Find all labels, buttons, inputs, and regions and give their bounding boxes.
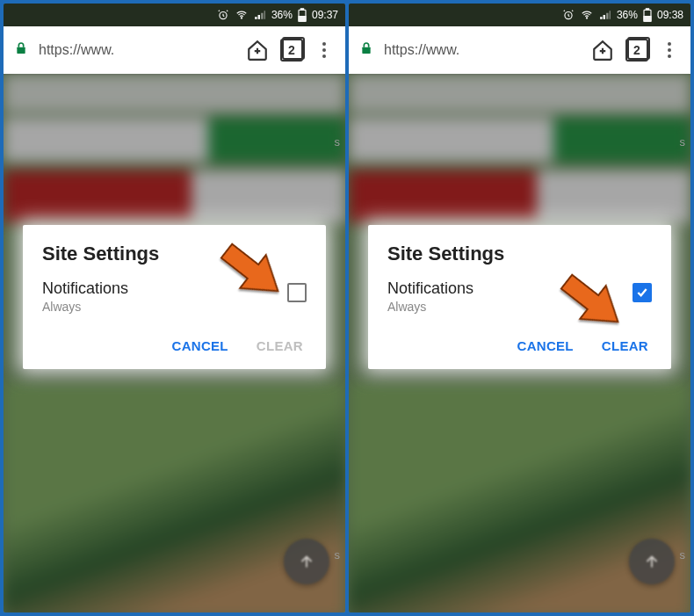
notif-checkbox[interactable] xyxy=(633,283,652,302)
svg-rect-4 xyxy=(299,17,306,22)
svg-rect-9 xyxy=(646,9,648,11)
clock-time: 09:37 xyxy=(312,9,338,21)
svg-rect-11 xyxy=(362,47,370,54)
cancel-button[interactable]: CANCEL xyxy=(514,333,577,359)
notif-checkbox[interactable] xyxy=(287,283,307,302)
tab-count[interactable]: 2 xyxy=(625,39,648,62)
url-bar[interactable]: https://www. 2 xyxy=(4,26,345,74)
site-settings-dialog: Site Settings Notifications Always CANCE… xyxy=(23,225,326,369)
dialog-title: Site Settings xyxy=(387,243,652,265)
clear-button[interactable]: CLEAR xyxy=(253,333,307,359)
url-text[interactable]: https://www. xyxy=(39,42,235,58)
wifi-icon xyxy=(235,9,249,21)
battery-icon xyxy=(298,8,307,22)
alarm-icon xyxy=(562,9,575,21)
battery-icon xyxy=(643,8,652,22)
menu-icon[interactable] xyxy=(314,40,335,61)
status-bar: 36% 09:37 xyxy=(4,4,345,26)
notif-label: Notifications xyxy=(42,279,128,298)
notifications-row[interactable]: Notifications Always xyxy=(42,279,307,314)
svg-point-7 xyxy=(586,18,587,18)
menu-icon[interactable] xyxy=(659,40,680,61)
svg-rect-5 xyxy=(17,47,25,54)
fab-button[interactable] xyxy=(284,539,329,584)
clock-time: 09:38 xyxy=(657,9,683,21)
dialog-title: Site Settings xyxy=(42,243,307,265)
notif-sublabel: Always xyxy=(42,300,128,314)
url-bar[interactable]: https://www. 2 xyxy=(349,26,690,74)
check-icon xyxy=(635,286,649,300)
url-text[interactable]: https://www. xyxy=(384,42,580,58)
fab-button[interactable] xyxy=(629,539,675,584)
svg-point-1 xyxy=(241,18,242,18)
dialog-actions: CANCEL CLEAR xyxy=(387,333,652,359)
svg-rect-10 xyxy=(644,17,651,22)
wifi-icon xyxy=(580,9,594,21)
notif-label: Notifications xyxy=(387,279,474,298)
signal-icon xyxy=(599,9,611,21)
lock-icon xyxy=(359,40,373,60)
status-bar: 36% 09:38 xyxy=(349,4,690,26)
battery-percent: 36% xyxy=(271,9,293,21)
panel-left: 36% 09:37 https://www. 2 s s Site Settin… xyxy=(4,4,345,612)
panel-right: 36% 09:38 https://www. 2 s s Site Settin… xyxy=(349,4,690,612)
lock-icon xyxy=(14,40,28,60)
battery-percent: 36% xyxy=(617,9,638,21)
svg-rect-3 xyxy=(300,9,303,11)
dialog-actions: CANCEL CLEAR xyxy=(42,333,307,359)
home-add-icon[interactable] xyxy=(245,38,270,62)
tab-count[interactable]: 2 xyxy=(280,39,303,62)
signal-icon xyxy=(254,9,266,21)
clear-button[interactable]: CLEAR xyxy=(598,333,652,359)
alarm-icon xyxy=(217,9,229,21)
cancel-button[interactable]: CANCEL xyxy=(169,333,232,359)
notifications-row[interactable]: Notifications Always xyxy=(387,279,652,314)
site-settings-dialog: Site Settings Notifications Always CANCE… xyxy=(368,225,671,369)
notif-sublabel: Always xyxy=(387,300,474,314)
home-add-icon[interactable] xyxy=(590,38,615,62)
